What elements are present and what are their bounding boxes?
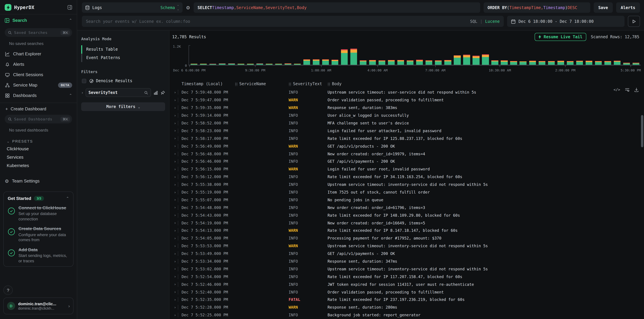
- table-row[interactable]: ›Dec 7 5:54:43.000 PMINFORate limit exce…: [172, 212, 644, 219]
- drag-handle-icon[interactable]: [288, 82, 291, 86]
- vertical-scrollbar[interactable]: [641, 115, 643, 147]
- table-row[interactable]: ›Dec 7 5:53:49.000 PMINFOGET /api/v1/pay…: [172, 250, 644, 258]
- date-range-picker[interactable]: Dec 6 18:00:00 - Dec 7 18:00:00: [507, 16, 624, 27]
- events-search-bar[interactable]: SQL | Lucene: [82, 16, 504, 27]
- create-dashboard-button[interactable]: + Create Dashboard: [0, 103, 77, 113]
- sql-toggle[interactable]: SQL: [470, 19, 477, 24]
- histogram-bar[interactable]: [595, 61, 602, 65]
- table-row[interactable]: ›Dec 7 5:59:14.000 PMINFOUser alice_w lo…: [172, 111, 644, 119]
- source-select[interactable]: Logs Schema ⌃⌃: [82, 2, 182, 13]
- table-row[interactable]: ›Dec 7 5:56:48.000 PMINFONew order creat…: [172, 150, 644, 158]
- table-row[interactable]: ›Dec 7 5:56:46.000 PMINFOGET /api/v1/pay…: [172, 158, 644, 165]
- download-icon[interactable]: [634, 87, 639, 92]
- row-expand-icon[interactable]: ›: [172, 290, 178, 294]
- table-row[interactable]: ›Dec 7 5:52:28.000 PMWARNResponse sent, …: [172, 304, 644, 311]
- histogram-bar[interactable]: [256, 63, 263, 65]
- row-expand-icon[interactable]: ›: [172, 275, 178, 279]
- preset-clickhouse[interactable]: ClickHouse: [0, 145, 77, 153]
- histogram-bar[interactable]: [444, 60, 451, 65]
- histogram-bar[interactable]: [360, 60, 366, 65]
- histogram-bar[interactable]: [548, 61, 554, 65]
- histogram-bar[interactable]: [219, 63, 226, 65]
- histogram-bar[interactable]: [435, 60, 442, 65]
- help-button[interactable]: ?: [3, 286, 13, 295]
- table-row[interactable]: ›Dec 7 5:52:54.000 PMINFORate limit exce…: [172, 273, 644, 281]
- row-expand-icon[interactable]: ›: [172, 144, 178, 148]
- histogram-bar[interactable]: [632, 63, 639, 65]
- histogram-bar[interactable]: [426, 60, 432, 65]
- histogram-bar[interactable]: [378, 60, 385, 65]
- row-expand-icon[interactable]: ›: [172, 129, 178, 133]
- histogram-bar[interactable]: [482, 54, 489, 65]
- row-expand-icon[interactable]: ›: [172, 313, 178, 317]
- row-expand-icon[interactable]: ›: [172, 282, 178, 287]
- drag-handle-icon[interactable]: [235, 82, 237, 86]
- table-row[interactable]: ›Dec 7 5:58:52.000 PMINFOMFA challenge s…: [172, 119, 644, 127]
- sidebar-item-team-settings[interactable]: ⚙ Team Settings: [0, 175, 77, 187]
- histogram-bar[interactable]: [520, 61, 526, 65]
- histogram-bar[interactable]: [322, 59, 329, 65]
- row-expand-icon[interactable]: ›: [172, 159, 178, 164]
- row-expand-icon[interactable]: ›: [172, 298, 178, 302]
- search-icon[interactable]: [144, 91, 148, 94]
- histogram-bar[interactable]: [388, 60, 395, 65]
- sidebar-item-search[interactable]: Search ⌃: [0, 14, 77, 26]
- mode-event-patterns[interactable]: Event Patterns: [81, 54, 165, 62]
- histogram-bar[interactable]: [350, 48, 357, 65]
- user-profile-card[interactable]: D dominic.tran@clic... dominic.tran@clic…: [3, 298, 74, 314]
- table-row[interactable]: ›Dec 7 5:58:23.000 PMINFOLogin failed fo…: [172, 127, 644, 135]
- histogram-bar[interactable]: [557, 61, 564, 65]
- row-expand-icon[interactable]: ›: [172, 251, 178, 256]
- row-expand-icon[interactable]: ›: [172, 259, 178, 264]
- drag-handle-icon[interactable]: [328, 82, 330, 86]
- sidebar-item-alerts[interactable]: Alerts: [0, 59, 77, 69]
- select-query[interactable]: SELECT Timestamp,ServiceName,SeverityTex…: [194, 2, 480, 13]
- query-language-toggle[interactable]: SQL | Lucene: [470, 19, 500, 24]
- resume-live-tail-button[interactable]: Resume Live Tail: [534, 33, 586, 41]
- filter-chart-icon[interactable]: [154, 90, 158, 95]
- saved-dashboards-input[interactable]: Saved Dashboards ⌘K: [5, 115, 72, 123]
- denoise-results-row[interactable]: Denoise Results: [81, 78, 165, 83]
- table-row[interactable]: ›Dec 7 5:55:07.000 PMINFONo pending jobs…: [172, 196, 644, 204]
- preset-services[interactable]: Services: [0, 153, 77, 161]
- histogram-bar[interactable]: [538, 61, 545, 65]
- row-expand-icon[interactable]: ›: [172, 90, 178, 95]
- more-filters-button[interactable]: More filters ⌄: [81, 102, 165, 111]
- run-query-button[interactable]: [628, 16, 640, 27]
- row-expand-icon[interactable]: ›: [172, 228, 178, 233]
- row-expand-icon[interactable]: ›: [172, 136, 178, 141]
- row-expand-icon[interactable]: ›: [172, 98, 178, 102]
- table-row[interactable]: ›Dec 7 5:58:17.000 PMINFORate limit exce…: [172, 135, 644, 142]
- orderby-value[interactable]: ORDER BY (TimestampTime, Timestamp) DESC: [484, 2, 590, 13]
- get-started-header[interactable]: Get Started 3/3 ⌃: [8, 196, 69, 201]
- table-row[interactable]: ›Dec 7 5:52:40.000 PMINFOOrder validatio…: [172, 288, 644, 296]
- chevron-up-icon[interactable]: ⌃: [69, 18, 72, 22]
- wrap-lines-icon[interactable]: [625, 88, 630, 92]
- header-body[interactable]: Body: [328, 81, 624, 86]
- row-expand-icon[interactable]: ›: [172, 113, 178, 118]
- denoise-checkbox[interactable]: [82, 79, 86, 83]
- severity-filter-field[interactable]: SeverityText: [86, 88, 151, 97]
- sidebar-item-chart-explorer[interactable]: Chart Explorer: [0, 49, 77, 59]
- mode-results-table[interactable]: Results Table: [81, 45, 165, 54]
- row-expand-icon[interactable]: ›: [172, 244, 178, 248]
- row-expand-icon[interactable]: ›: [172, 105, 178, 110]
- histogram-bar[interactable]: [614, 61, 620, 65]
- table-row[interactable]: ›Dec 7 5:54:19.000 PMINFONew order creat…: [172, 219, 644, 227]
- row-expand-icon[interactable]: ›: [172, 175, 178, 179]
- table-row[interactable]: ›Dec 7 5:52:25.000 PMINFOBackground job …: [172, 311, 644, 319]
- row-expand-icon[interactable]: ›: [172, 221, 178, 225]
- alerts-button[interactable]: Alerts: [616, 2, 640, 13]
- table-row[interactable]: ›Dec 7 5:59:35.000 PMWARNResponse sent, …: [172, 104, 644, 112]
- table-row[interactable]: ›Dec 7 5:55:19.000 PMINFOItem 7525 out o…: [172, 188, 644, 196]
- row-expand-icon[interactable]: ›: [172, 182, 178, 187]
- row-expand-icon[interactable]: ›: [172, 190, 178, 194]
- table-row[interactable]: ›Dec 7 5:52:46.000 PMINFOJWT token expir…: [172, 281, 644, 288]
- table-row[interactable]: ›Dec 7 5:52:35.000 PMFATALRate limit exc…: [172, 296, 644, 304]
- lucene-toggle[interactable]: Lucene: [485, 19, 500, 24]
- source-settings-gear-icon[interactable]: ⚙: [186, 5, 190, 10]
- table-row[interactable]: ›Dec 7 5:54:05.000 PMINFOProcessing paym…: [172, 235, 644, 242]
- row-expand-icon[interactable]: ›: [172, 152, 178, 156]
- table-row[interactable]: ›Dec 7 5:56:15.000 PMWARNLogin failed fo…: [172, 165, 644, 173]
- events-search-input[interactable]: [86, 19, 467, 24]
